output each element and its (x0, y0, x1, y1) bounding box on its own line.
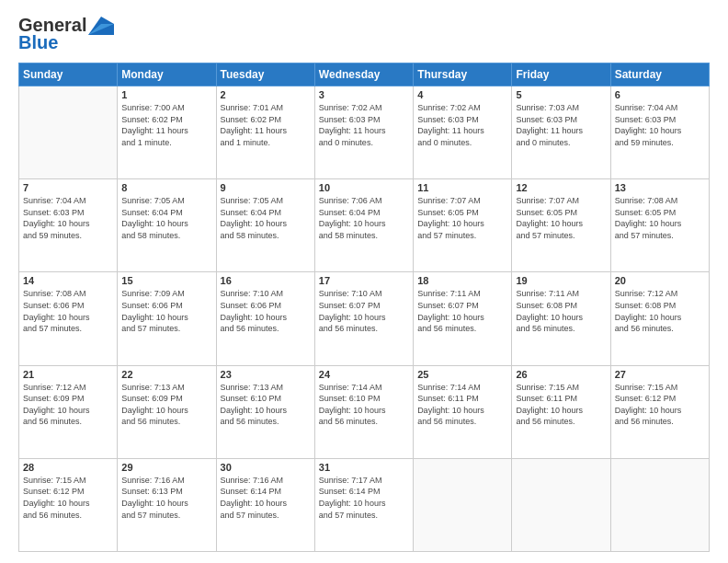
calendar-cell: 1Sunrise: 7:00 AMSunset: 6:02 PMDaylight… (118, 86, 216, 179)
calendar-cell: 28Sunrise: 7:15 AMSunset: 6:12 PMDayligh… (19, 458, 118, 551)
day-info: Sunrise: 7:02 AMSunset: 6:03 PMDaylight:… (319, 102, 409, 148)
calendar-cell: 29Sunrise: 7:16 AMSunset: 6:13 PMDayligh… (118, 458, 216, 551)
calendar-cell: 13Sunrise: 7:08 AMSunset: 6:05 PMDayligh… (610, 179, 709, 272)
day-number: 9 (221, 182, 311, 193)
calendar-cell: 20Sunrise: 7:12 AMSunset: 6:08 PMDayligh… (610, 272, 709, 365)
logo: General Blue (18, 15, 114, 53)
day-info: Sunrise: 7:06 AMSunset: 6:04 PMDaylight:… (319, 195, 409, 241)
calendar-cell: 14Sunrise: 7:08 AMSunset: 6:06 PMDayligh… (19, 272, 118, 365)
calendar-cell: 7Sunrise: 7:04 AMSunset: 6:03 PMDaylight… (19, 179, 118, 272)
calendar-cell: 11Sunrise: 7:07 AMSunset: 6:05 PMDayligh… (414, 179, 512, 272)
calendar-cell: 8Sunrise: 7:05 AMSunset: 6:04 PMDaylight… (118, 179, 216, 272)
day-number: 2 (221, 89, 311, 100)
calendar-cell: 31Sunrise: 7:17 AMSunset: 6:14 PMDayligh… (314, 458, 413, 551)
day-info: Sunrise: 7:04 AMSunset: 6:03 PMDaylight:… (615, 102, 705, 148)
calendar-week-row-2: 7Sunrise: 7:04 AMSunset: 6:03 PMDaylight… (19, 179, 710, 272)
calendar-cell: 27Sunrise: 7:15 AMSunset: 6:12 PMDayligh… (610, 365, 709, 458)
day-info: Sunrise: 7:16 AMSunset: 6:13 PMDaylight:… (121, 475, 211, 521)
day-info: Sunrise: 7:10 AMSunset: 6:07 PMDaylight:… (319, 288, 409, 334)
day-number: 29 (121, 462, 211, 473)
day-number: 31 (319, 462, 409, 473)
calendar-cell: 15Sunrise: 7:09 AMSunset: 6:06 PMDayligh… (118, 272, 216, 365)
day-number: 17 (319, 275, 409, 286)
day-number: 26 (516, 369, 606, 380)
calendar-cell: 17Sunrise: 7:10 AMSunset: 6:07 PMDayligh… (314, 272, 413, 365)
day-number: 13 (615, 182, 705, 193)
day-number: 22 (121, 369, 211, 380)
weekday-header-sunday: Sunday (19, 63, 118, 86)
day-info: Sunrise: 7:03 AMSunset: 6:03 PMDaylight:… (516, 102, 606, 148)
day-info: Sunrise: 7:15 AMSunset: 6:11 PMDaylight:… (516, 382, 606, 428)
weekday-header-wednesday: Wednesday (314, 63, 413, 86)
calendar-cell (610, 458, 709, 551)
calendar-week-row-4: 21Sunrise: 7:12 AMSunset: 6:09 PMDayligh… (19, 365, 710, 458)
weekday-header-saturday: Saturday (610, 63, 709, 86)
calendar-cell: 4Sunrise: 7:02 AMSunset: 6:03 PMDaylight… (414, 86, 512, 179)
day-info: Sunrise: 7:10 AMSunset: 6:06 PMDaylight:… (221, 288, 311, 334)
day-number: 21 (23, 369, 113, 380)
calendar-cell: 12Sunrise: 7:07 AMSunset: 6:05 PMDayligh… (512, 179, 610, 272)
calendar-cell: 26Sunrise: 7:15 AMSunset: 6:11 PMDayligh… (512, 365, 610, 458)
calendar-cell: 18Sunrise: 7:11 AMSunset: 6:07 PMDayligh… (414, 272, 512, 365)
day-info: Sunrise: 7:14 AMSunset: 6:11 PMDaylight:… (417, 382, 507, 428)
day-number: 30 (221, 462, 311, 473)
day-info: Sunrise: 7:08 AMSunset: 6:05 PMDaylight:… (615, 195, 705, 241)
day-number: 3 (319, 89, 409, 100)
day-number: 19 (516, 275, 606, 286)
day-info: Sunrise: 7:01 AMSunset: 6:02 PMDaylight:… (221, 102, 311, 148)
logo-icon (88, 17, 114, 35)
day-number: 1 (121, 89, 211, 100)
day-info: Sunrise: 7:15 AMSunset: 6:12 PMDaylight:… (23, 475, 113, 521)
calendar-cell: 22Sunrise: 7:13 AMSunset: 6:09 PMDayligh… (118, 365, 216, 458)
calendar-cell: 2Sunrise: 7:01 AMSunset: 6:02 PMDaylight… (216, 86, 314, 179)
page: General Blue SundayMondayTuesdayWednesda… (0, 0, 728, 563)
day-number: 5 (516, 89, 606, 100)
calendar-cell: 23Sunrise: 7:13 AMSunset: 6:10 PMDayligh… (216, 365, 314, 458)
day-number: 7 (23, 182, 113, 193)
weekday-header-row: SundayMondayTuesdayWednesdayThursdayFrid… (19, 63, 710, 86)
day-info: Sunrise: 7:13 AMSunset: 6:10 PMDaylight:… (221, 382, 311, 428)
day-info: Sunrise: 7:16 AMSunset: 6:14 PMDaylight:… (221, 475, 311, 521)
calendar-week-row-3: 14Sunrise: 7:08 AMSunset: 6:06 PMDayligh… (19, 272, 710, 365)
calendar-cell: 9Sunrise: 7:05 AMSunset: 6:04 PMDaylight… (216, 179, 314, 272)
calendar-cell (19, 86, 118, 179)
calendar-cell: 10Sunrise: 7:06 AMSunset: 6:04 PMDayligh… (314, 179, 413, 272)
day-info: Sunrise: 7:02 AMSunset: 6:03 PMDaylight:… (417, 102, 507, 148)
calendar-table: SundayMondayTuesdayWednesdayThursdayFrid… (18, 63, 710, 552)
day-number: 15 (121, 275, 211, 286)
calendar-cell: 3Sunrise: 7:02 AMSunset: 6:03 PMDaylight… (314, 86, 413, 179)
day-number: 25 (417, 369, 507, 380)
calendar-week-row-1: 1Sunrise: 7:00 AMSunset: 6:02 PMDaylight… (19, 86, 710, 179)
day-info: Sunrise: 7:11 AMSunset: 6:08 PMDaylight:… (516, 288, 606, 334)
weekday-header-tuesday: Tuesday (216, 63, 314, 86)
day-info: Sunrise: 7:05 AMSunset: 6:04 PMDaylight:… (221, 195, 311, 241)
day-number: 18 (417, 275, 507, 286)
day-number: 24 (319, 369, 409, 380)
day-number: 6 (615, 89, 705, 100)
day-info: Sunrise: 7:07 AMSunset: 6:05 PMDaylight:… (417, 195, 507, 241)
calendar-week-row-5: 28Sunrise: 7:15 AMSunset: 6:12 PMDayligh… (19, 458, 710, 551)
day-number: 23 (221, 369, 311, 380)
calendar-cell (512, 458, 610, 551)
calendar-cell: 19Sunrise: 7:11 AMSunset: 6:08 PMDayligh… (512, 272, 610, 365)
header: General Blue (18, 15, 710, 53)
weekday-header-friday: Friday (512, 63, 610, 86)
day-info: Sunrise: 7:11 AMSunset: 6:07 PMDaylight:… (417, 288, 507, 334)
calendar-cell: 25Sunrise: 7:14 AMSunset: 6:11 PMDayligh… (414, 365, 512, 458)
day-number: 4 (417, 89, 507, 100)
day-info: Sunrise: 7:07 AMSunset: 6:05 PMDaylight:… (516, 195, 606, 241)
calendar-cell: 6Sunrise: 7:04 AMSunset: 6:03 PMDaylight… (610, 86, 709, 179)
day-info: Sunrise: 7:12 AMSunset: 6:08 PMDaylight:… (615, 288, 705, 334)
calendar-cell: 5Sunrise: 7:03 AMSunset: 6:03 PMDaylight… (512, 86, 610, 179)
day-number: 27 (615, 369, 705, 380)
day-info: Sunrise: 7:05 AMSunset: 6:04 PMDaylight:… (121, 195, 211, 241)
calendar-cell (414, 458, 512, 551)
logo-blue-text: Blue (18, 32, 58, 53)
day-number: 11 (417, 182, 507, 193)
day-info: Sunrise: 7:17 AMSunset: 6:14 PMDaylight:… (319, 475, 409, 521)
day-info: Sunrise: 7:09 AMSunset: 6:06 PMDaylight:… (121, 288, 211, 334)
weekday-header-monday: Monday (118, 63, 216, 86)
calendar-cell: 21Sunrise: 7:12 AMSunset: 6:09 PMDayligh… (19, 365, 118, 458)
day-number: 10 (319, 182, 409, 193)
day-info: Sunrise: 7:00 AMSunset: 6:02 PMDaylight:… (121, 102, 211, 148)
